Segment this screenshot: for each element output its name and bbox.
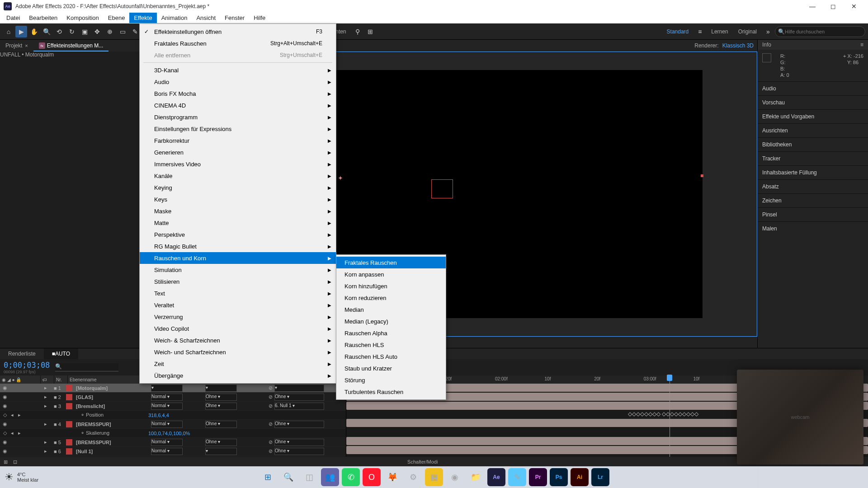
menu-hilfe[interactable]: Hilfe [249, 13, 270, 23]
start-button[interactable]: ⊞ [259, 468, 277, 486]
submenuitem-korn-anpassen[interactable]: Korn anpassen [336, 268, 446, 280]
close-icon[interactable]: × [25, 43, 28, 48]
submenuitem-störung[interactable]: Störung [336, 374, 446, 386]
tab-renderliste[interactable]: Renderliste [0, 348, 44, 359]
menuitem-farbkorrektur[interactable]: Farbkorrektur▶ [140, 135, 336, 146]
workspace-menu-icon[interactable]: ≡ [694, 26, 706, 38]
panel-vorschau[interactable]: Vorschau [758, 95, 868, 109]
menuitem-3d-kanal[interactable]: 3D-Kanal▶ [140, 64, 336, 76]
menuitem-übergänge[interactable]: Übergänge▶ [140, 370, 336, 381]
panel-malen[interactable]: Malen [758, 221, 868, 235]
menuitem-perspektive[interactable]: Perspektive▶ [140, 229, 336, 240]
menuitem-dienstprogramm[interactable]: Dienstprogramm▶ [140, 111, 336, 123]
anchor-tool[interactable]: ⊕ [104, 26, 116, 38]
submenuitem-fraktales-rauschen[interactable]: Fraktales Rauschen [336, 257, 446, 268]
property-row[interactable]: ◇◂▸⚬ Skalierung100,0,74,0,100,0% [0, 429, 346, 438]
layer-bounds[interactable] [431, 179, 453, 198]
current-timecode[interactable]: 0;00;03;08 [4, 361, 50, 370]
opera-icon[interactable]: O [363, 468, 381, 486]
layer-search[interactable]: 🔍 [55, 363, 118, 371]
menu-datei[interactable]: Datei [2, 13, 24, 23]
taskbar-search[interactable]: 🔍 [279, 468, 297, 486]
camera-tool[interactable]: ▣ [79, 26, 90, 38]
menu-fenster[interactable]: Fenster [220, 13, 249, 23]
menuitem-rauschen-und-korn[interactable]: Rauschen und Korn▶ [140, 252, 336, 264]
menuitem-weich-scharfzeichnen[interactable]: Weich- & Scharfzeichnen▶ [140, 334, 336, 346]
transform-handle[interactable] [701, 174, 703, 177]
tab-projekt[interactable]: Projekt× [0, 40, 33, 52]
menuitem-effekteinstellungen-öffnen[interactable]: ✓Effekteinstellungen öffnenF3 [140, 26, 336, 38]
teams-icon[interactable]: 👥 [321, 468, 339, 486]
menu-animation[interactable]: Animation [157, 13, 192, 23]
menuitem-text[interactable]: Text▶ [140, 287, 336, 299]
property-row[interactable]: ◇◂▸⚬ Position318,6,4,4 [0, 411, 346, 420]
illustrator-icon[interactable]: Ai [571, 468, 589, 486]
rotate-tool[interactable]: ↻ [66, 26, 78, 38]
submenuitem-median-legacy-[interactable]: Median (Legacy) [336, 315, 446, 327]
menu-ansicht[interactable]: Ansicht [192, 13, 220, 23]
shape-tool[interactable]: ▭ [117, 26, 128, 38]
zoom-tool[interactable]: 🔍 [41, 26, 52, 38]
obs-icon[interactable]: ◉ [446, 468, 464, 486]
submenuitem-rauschen-hls[interactable]: Rauschen HLS [336, 339, 446, 351]
whatsapp-icon[interactable]: ✆ [342, 468, 360, 486]
workspace-lernen[interactable]: Lernen [707, 26, 732, 38]
hand-tool[interactable]: ✋ [28, 26, 40, 38]
orbit-tool[interactable]: ⟲ [53, 26, 65, 38]
playhead[interactable] [670, 375, 670, 457]
menuitem-keys[interactable]: Keys▶ [140, 193, 336, 205]
menuitem-matte[interactable]: Matte▶ [140, 217, 336, 229]
panel-absatz[interactable]: Absatz [758, 179, 868, 193]
selection-tool[interactable]: ▶ [15, 26, 27, 38]
help-search[interactable]: 🔍 [775, 26, 865, 37]
firefox-icon[interactable]: 🦊 [383, 468, 401, 486]
menuitem-stilisieren[interactable]: Stilisieren▶ [140, 276, 336, 287]
weather-widget[interactable]: ☀ 4°C Meist klar [5, 471, 38, 483]
menuitem-kanäle[interactable]: Kanäle▶ [140, 170, 336, 182]
panel-zeichen[interactable]: Zeichen [758, 193, 868, 207]
expand-workspaces-icon[interactable]: » [762, 26, 774, 38]
toggle-switches-icon[interactable]: ⊞ [4, 459, 8, 465]
panel-effekte-und-vorgaben[interactable]: Effekte und Vorgaben [758, 109, 868, 123]
keyframe-track[interactable]: ◇◇◇◇◇◇◇◇ ◇◇◇◇◇◇◇◇◇ [628, 411, 732, 417]
workspace-original[interactable]: Original [734, 26, 761, 38]
info-panel-header[interactable]: Info ≡ [758, 40, 868, 50]
panel-ausrichten[interactable]: Ausrichten [758, 123, 868, 137]
workspace-standard[interactable]: Standard [662, 26, 693, 38]
menuitem-verzerrung[interactable]: Verzerrung▶ [140, 311, 336, 323]
menu-effekte[interactable]: Effekte [129, 13, 156, 23]
menuitem-zeit[interactable]: Zeit▶ [140, 358, 336, 370]
pan-tool[interactable]: ✥ [91, 26, 103, 38]
menuitem-audio[interactable]: Audio▶ [140, 76, 336, 88]
menuitem-cinema-4d[interactable]: CINEMA 4D▶ [140, 99, 336, 111]
menu-ebene[interactable]: Ebene [104, 13, 130, 23]
lightroom-icon[interactable]: Lr [591, 468, 609, 486]
submenuitem-median[interactable]: Median [336, 304, 446, 315]
close-button[interactable]: ✕ [844, 0, 864, 13]
magnet-icon[interactable]: ⚲ [352, 26, 363, 38]
help-search-input[interactable] [785, 29, 862, 34]
layer-row[interactable]: ◉▸■ 4[BREMSSPUR]Normal ▾Ohne ▾⊘ Ohne ▾ [0, 420, 346, 429]
panel-bibliotheken[interactable]: Bibliotheken [758, 137, 868, 151]
photoshop-icon[interactable]: Ps [550, 468, 568, 486]
renderer-value[interactable]: Klassisch 3D [722, 42, 754, 49]
layer-row[interactable]: ◉▸■ 5[BREMSSPUR]Normal ▾Ohne ▾⊘ Ohne ▾ [0, 438, 346, 447]
menuitem-veraltet[interactable]: Veraltet▶ [140, 299, 336, 311]
menuitem-simulation[interactable]: Simulation▶ [140, 264, 336, 276]
layer-row[interactable]: ◉▸■ 3[Bremslicht]Normal ▾Ohne ▾⊘ 6. Null… [0, 402, 346, 411]
home-tool[interactable]: ⌂ [3, 26, 14, 38]
tab-auto[interactable]: ■ AUTO [44, 348, 78, 359]
menuitem-fraktales-rauschen[interactable]: Fraktales RauschenStrg+Alt+Umschalt+E [140, 38, 336, 49]
premiere-icon[interactable]: Pr [529, 468, 547, 486]
panel-menu-icon[interactable]: ≡ [860, 42, 863, 48]
menuitem-generieren[interactable]: Generieren▶ [140, 146, 336, 158]
panel-inhaltsbasierte-füllung[interactable]: Inhaltsbasierte Füllung [758, 165, 868, 179]
submenuitem-korn-reduzieren[interactable]: Korn reduzieren [336, 292, 446, 304]
switches-modes-toggle[interactable]: Schalter/Modi [407, 459, 438, 465]
playhead-handle[interactable] [667, 375, 672, 381]
submenuitem-rauschen-alpha[interactable]: Rauschen Alpha [336, 327, 446, 339]
explorer-icon[interactable]: 📁 [467, 468, 485, 486]
toggle-modes-icon[interactable]: ⊡ [13, 459, 17, 465]
app-icon[interactable]: ▦ [425, 468, 443, 486]
tab-effekteinstellungen[interactable]: fxEffekteinstellungen M... [33, 40, 109, 52]
